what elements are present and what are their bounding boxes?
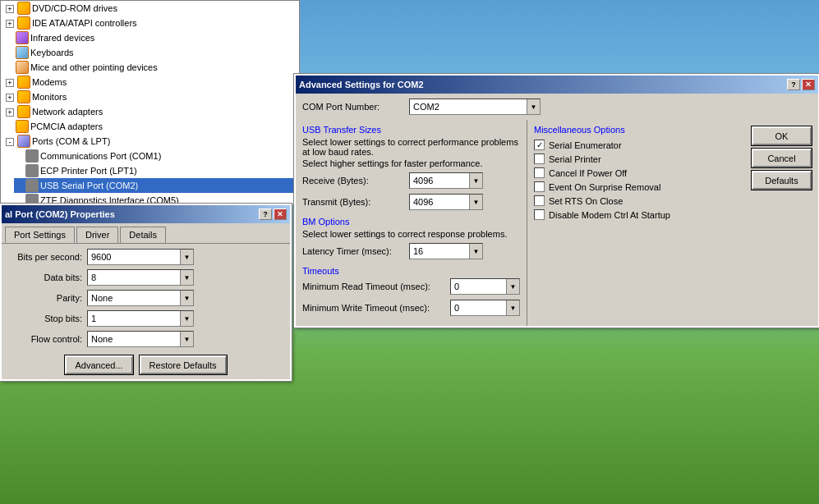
bits-per-second-row: Bits per second: 9600 ▼ [8,249,283,265]
monitor-icon [17,90,30,103]
data-bits-row: Data bits: 8 ▼ [8,269,283,286]
misc-option-4: Set RTS On Close [534,195,742,206]
parity-dropdown-icon[interactable]: ▼ [180,291,193,305]
advanced-help-button[interactable]: ? [787,79,800,90]
usb-transfer-heading: USB Transfer Sizes [302,125,520,135]
misc-options-section: Miscellaneous Options Serial EnumeratorS… [527,120,748,326]
misc-checkbox-0[interactable] [534,140,545,150]
advanced-left-content: USB Transfer Sizes Select lower settings… [296,120,527,326]
infrared-icon [16,31,29,44]
stop-bits-dropdown-icon[interactable]: ▼ [180,311,193,326]
bm-options-desc: Select lower settings to correct respons… [302,229,520,239]
min-write-row: Minimum Write Timeout (msec): 0 ▼ [302,300,520,316]
port-close-button[interactable]: ✕ [274,208,287,220]
cancel-button[interactable]: Cancel [752,149,812,167]
misc-checkbox-4[interactable] [534,195,545,206]
tree-item-ports[interactable]: - Ports (COM & LPT) [1,134,299,149]
flow-control-row: Flow control: None ▼ [8,331,283,347]
misc-label-0: Serial Enumerator [549,140,622,150]
tree-item-dvd[interactable]: + DVD/CD-ROM drives [1,1,299,16]
flow-control-dropdown-icon[interactable]: ▼ [180,332,193,346]
com1-icon [25,149,39,163]
com-port-number-combo[interactable]: COM2 ▼ [409,99,541,115]
parity-combo[interactable]: None ▼ [87,290,194,306]
tree-item-network[interactable]: + Network adapters [1,104,299,119]
tab-port-settings[interactable]: Port Settings [5,227,75,243]
dvd-icon [17,2,30,15]
bits-per-second-dropdown-icon[interactable]: ▼ [180,250,193,264]
flow-control-label: Flow control: [8,334,82,344]
com-port-dropdown-icon[interactable]: ▼ [527,99,540,114]
receive-row: Receive (Bytes): 4096 ▼ [302,172,520,189]
min-read-label: Minimum Read Timeout (msec): [302,282,450,291]
bm-options-heading: BM Options [302,217,520,227]
tree-item-com1[interactable]: Communications Port (COM1) [14,149,299,163]
data-bits-combo[interactable]: 8 ▼ [87,269,194,286]
advanced-settings-titlebtns: ? ✕ [787,79,815,90]
port-help-button[interactable]: ? [259,208,272,220]
tree-item-modems[interactable]: + Modems [1,75,299,89]
misc-checkbox-5[interactable] [534,209,545,220]
expand-network[interactable]: + [6,108,14,117]
misc-checkbox-3[interactable] [534,181,545,192]
tree-item-monitors[interactable]: + Monitors [1,89,299,104]
flow-control-combo[interactable]: None ▼ [87,331,194,347]
parity-label: Parity: [8,293,82,303]
min-write-combo[interactable]: 0 ▼ [450,300,520,316]
latency-combo[interactable]: 16 ▼ [409,243,483,259]
advanced-settings-dialog: Advanced Settings for COM2 ? ✕ COM Port … [294,74,819,328]
advanced-action-buttons: OK Cancel Defaults [748,120,818,326]
expand-monitors[interactable]: + [6,94,14,102]
min-read-combo[interactable]: 0 ▼ [450,278,520,295]
latency-dropdown-icon[interactable]: ▼ [469,244,482,259]
advanced-settings-titlebar: Advanced Settings for COM2 ? ✕ [296,76,818,94]
ok-button[interactable]: OK [752,126,812,145]
advanced-body: USB Transfer Sizes Select lower settings… [296,120,818,326]
advanced-close-button[interactable]: ✕ [802,79,815,90]
misc-checkbox-1[interactable] [534,153,545,164]
data-bits-dropdown-icon[interactable]: ▼ [180,270,193,285]
tree-item-pcmcia[interactable]: PCMCIA adapters [1,119,299,134]
misc-checkboxes-list: Serial EnumeratorSerial PrinterCancel If… [534,140,742,220]
tree-item-infrared[interactable]: Infrared devices [1,30,299,45]
tree-item-ide[interactable]: + IDE ATA/ATAPI controllers [1,16,299,30]
tab-details[interactable]: Details [120,227,166,243]
timeouts-heading: Timeouts [302,266,520,276]
transmit-dropdown-icon[interactable]: ▼ [469,195,482,209]
com-port-number-row: COM Port Number: COM2 ▼ [296,94,818,120]
bits-per-second-combo[interactable]: 9600 ▼ [87,249,194,265]
misc-label-5: Disable Modem Ctrl At Startup [549,210,670,220]
tree-item-lpt1[interactable]: ECP Printer Port (LPT1) [14,163,299,178]
transmit-row: Transmit (Bytes): 4096 ▼ [302,194,520,210]
min-read-dropdown-icon[interactable]: ▼ [506,279,519,294]
keyboard-icon [16,46,29,59]
misc-option-5: Disable Modem Ctrl At Startup [534,209,742,220]
expand-ports[interactable]: - [6,138,14,146]
usb-transfer-desc1: Select lower settings to correct perform… [302,137,520,157]
tree-item-keyboards[interactable]: Keyboards [1,45,299,60]
timeouts-section: Timeouts Minimum Read Timeout (msec): 0 … [302,266,520,316]
misc-label-4: Set RTS On Close [549,196,623,206]
transmit-combo[interactable]: 4096 ▼ [409,194,483,210]
restore-defaults-button[interactable]: Restore Defaults [140,355,227,374]
ide-icon [17,16,30,30]
misc-label-2: Cancel If Power Off [549,168,627,178]
expand-dvd[interactable]: + [6,3,16,13]
port-settings-content: Bits per second: 9600 ▼ Data bits: 8 ▼ P… [2,244,290,379]
tab-driver[interactable]: Driver [76,227,118,243]
defaults-button[interactable]: Defaults [752,171,812,190]
advanced-button[interactable]: Advanced... [65,355,132,374]
misc-checkbox-2[interactable] [534,167,545,178]
expand-ide[interactable]: + [6,20,14,28]
receive-combo[interactable]: 4096 ▼ [409,172,483,189]
port-buttons: Advanced... Restore Defaults [8,355,283,374]
tree-item-mice[interactable]: Mice and other pointing devices [1,60,299,75]
receive-dropdown-icon[interactable]: ▼ [469,173,482,188]
advanced-settings-title: Advanced Settings for COM2 [299,80,787,89]
tree-item-com2[interactable]: USB Serial Port (COM2) [14,178,299,193]
com2-icon [25,179,39,192]
port-properties-dialog: al Port (COM2) Properties ? ✕ Port Setti… [0,204,292,381]
stop-bits-combo[interactable]: 1 ▼ [87,310,194,327]
min-write-dropdown-icon[interactable]: ▼ [506,300,519,315]
expand-modems[interactable]: + [6,79,14,87]
